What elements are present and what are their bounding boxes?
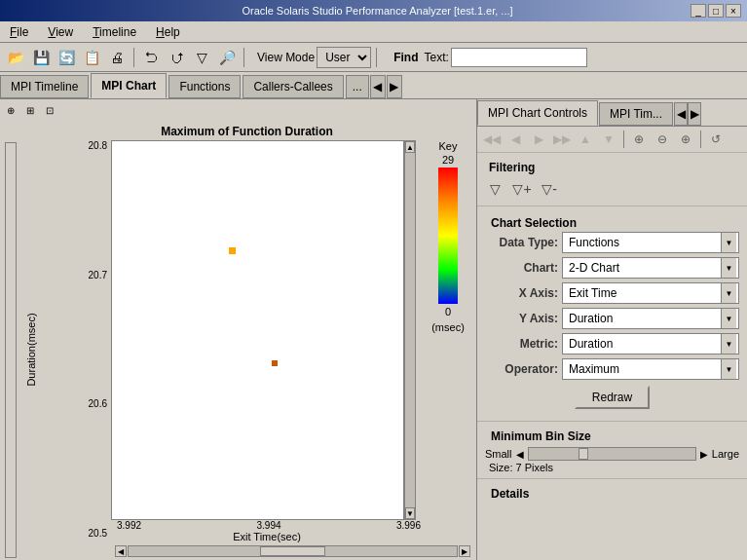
- ctrl-btn-up[interactable]: ▲: [575, 130, 596, 149]
- toolbar-btn-3[interactable]: 🔄: [55, 47, 78, 68]
- tab-mpi-chart[interactable]: MPI Chart: [91, 73, 167, 98]
- chart-btn-zoom-in[interactable]: ⊕: [2, 101, 19, 119]
- find-label: Find: [393, 51, 418, 64]
- ctrl-separator-1: [623, 131, 624, 148]
- y-tick-labels: 20.8 20.7 20.6 20.5: [43, 140, 111, 558]
- datatype-select[interactable]: Functions ▼: [562, 232, 739, 253]
- yaxis-select[interactable]: Duration ▼: [562, 308, 739, 329]
- menu-file[interactable]: File: [4, 23, 34, 41]
- hscroll-right-btn[interactable]: ▶: [459, 545, 470, 557]
- tab-callers-callees[interactable]: Callers-Callees: [243, 75, 343, 98]
- ctrl-btn-refresh[interactable]: ↺: [705, 130, 727, 149]
- controls-tabbar: MPI Chart Controls MPI Tim... ◀ ▶: [477, 99, 747, 127]
- operator-select[interactable]: Maximum ▼: [562, 358, 739, 380]
- chart-plot-area: ▲ ▼ Key 29 0 (msec): [111, 140, 474, 558]
- operator-value: Maximum: [565, 362, 721, 376]
- toolbar-btn-7[interactable]: ⮍: [165, 47, 188, 68]
- ctrl-btn-fastforward[interactable]: ▶▶: [551, 130, 573, 149]
- filter-btn-2[interactable]: ▽+: [510, 178, 534, 200]
- x-axis-area: 3.992 3.994 3.996 Exit Time(sec): [111, 520, 474, 542]
- redraw-button[interactable]: Redraw: [575, 386, 650, 409]
- close-button[interactable]: ×: [726, 4, 741, 18]
- tab-functions[interactable]: Functions: [168, 75, 241, 98]
- menu-timeline[interactable]: Timeline: [87, 23, 142, 41]
- filter-icons: ▽ ▽+ ▽-: [483, 176, 741, 202]
- xaxis-label: X Axis:: [485, 286, 558, 300]
- ctrl-btn-zoom-out[interactable]: ⊖: [652, 130, 673, 149]
- binsize-slider-thumb[interactable]: [579, 448, 588, 460]
- ctrl-btn-zoom-fit[interactable]: ⊕: [675, 130, 696, 149]
- chart-row: Chart: 2-D Chart ▼: [485, 257, 739, 279]
- datatype-arrow[interactable]: ▼: [721, 233, 736, 252]
- bottom-scrollbar[interactable]: ◀ ▶: [111, 544, 474, 558]
- chart-select[interactable]: 2-D Chart ▼: [562, 257, 739, 279]
- toolbar-btn-8[interactable]: ▽: [190, 47, 213, 68]
- toolbar-btn-2[interactable]: 💾: [29, 47, 53, 68]
- ctrl-btn-zoom-in[interactable]: ⊕: [628, 130, 650, 149]
- details-label: Details: [485, 483, 739, 503]
- ctrl-btn-back[interactable]: ◀: [504, 130, 526, 149]
- maximize-button[interactable]: □: [708, 4, 724, 18]
- ctrl-btn-down[interactable]: ▼: [598, 130, 619, 149]
- chart-arrow[interactable]: ▼: [721, 258, 736, 278]
- slider-right-arrow[interactable]: ▶: [700, 449, 708, 460]
- right-scrollbar[interactable]: ▲ ▼: [404, 140, 416, 520]
- controls-tab-scroll-right[interactable]: ▶: [688, 102, 701, 126]
- large-label: Large: [712, 448, 739, 460]
- size-text: Size: 7 Pixels: [485, 461, 557, 474]
- chart-btn-expand[interactable]: ⊡: [41, 101, 58, 119]
- toolbar-btn-4[interactable]: 📋: [80, 47, 103, 68]
- chart-toolbar: ⊕ ⊞ ⊡: [0, 99, 476, 121]
- menu-view[interactable]: View: [42, 23, 79, 41]
- minimize-button[interactable]: _: [691, 4, 706, 18]
- hscroll-left-btn[interactable]: ◀: [115, 545, 127, 557]
- controls-panel: MPI Chart Controls MPI Tim... ◀ ▶ ◀◀ ◀ ▶…: [477, 99, 747, 560]
- slider-left-arrow[interactable]: ◀: [516, 449, 524, 460]
- plot-canvas[interactable]: [111, 140, 404, 520]
- chart-with-yaxis: Maximum of Function Duration Duration(ms…: [19, 123, 474, 558]
- chart-title: Maximum of Function Duration: [19, 123, 474, 140]
- scroll-down-btn[interactable]: ▼: [405, 507, 415, 519]
- binsize-slider-row: Small ◀ ▶ Large: [485, 447, 739, 461]
- chart-panel: ⊕ ⊞ ⊡ Maximum of Function Duration: [0, 99, 477, 560]
- toolbar-btn-6[interactable]: ⮌: [139, 47, 163, 68]
- controls-tab-scroll-left[interactable]: ◀: [674, 102, 688, 126]
- find-input[interactable]: [451, 48, 587, 67]
- window-controls[interactable]: _ □ ×: [691, 4, 741, 18]
- menu-help[interactable]: Help: [150, 23, 186, 41]
- hscroll-track[interactable]: [128, 545, 458, 557]
- filter-btn-3[interactable]: ▽-: [538, 178, 561, 200]
- tab-scroll-right[interactable]: ▶: [387, 75, 402, 98]
- viewmode-select[interactable]: User: [317, 47, 371, 68]
- hscroll-thumb[interactable]: [260, 546, 325, 556]
- toolbar-btn-1[interactable]: 📂: [4, 47, 27, 68]
- yaxis-label: Y Axis:: [485, 312, 558, 325]
- operator-arrow[interactable]: ▼: [721, 359, 736, 379]
- ctrl-btn-forward[interactable]: ▶: [528, 130, 549, 149]
- toolbar-btn-5[interactable]: 🖨: [105, 47, 129, 68]
- menubar: File View Timeline Help: [0, 21, 747, 43]
- metric-select[interactable]: Duration ▼: [562, 333, 739, 355]
- filter-btn-1[interactable]: ▽: [483, 178, 506, 200]
- data-point-1: [229, 247, 236, 254]
- tab-mpi-timeline[interactable]: MPI Timeline: [0, 75, 89, 98]
- y-axis-slider[interactable]: [5, 142, 17, 558]
- tab-overflow[interactable]: ...: [346, 75, 369, 98]
- xaxis-arrow[interactable]: ▼: [721, 283, 736, 303]
- xaxis-select[interactable]: Exit Time ▼: [562, 282, 739, 304]
- filtering-section: Filtering ▽ ▽+ ▽-: [477, 153, 747, 206]
- binsize-slider-track[interactable]: [528, 447, 696, 461]
- scroll-up-btn[interactable]: ▲: [405, 141, 415, 153]
- y-label-0: 20.8: [89, 140, 107, 151]
- key-min: 0: [445, 306, 451, 317]
- yaxis-arrow[interactable]: ▼: [721, 309, 736, 328]
- ctrl-btn-rewind[interactable]: ◀◀: [481, 130, 503, 149]
- key-unit: (msec): [431, 321, 465, 333]
- toolbar-btn-9[interactable]: 🔎: [215, 47, 239, 68]
- tab-scroll-left[interactable]: ◀: [370, 75, 386, 98]
- metric-arrow[interactable]: ▼: [721, 334, 736, 354]
- chart-btn-fit[interactable]: ⊞: [21, 101, 39, 119]
- controls-tab-timeline[interactable]: MPI Tim...: [599, 102, 673, 126]
- controls-tab-chart[interactable]: MPI Chart Controls: [477, 100, 598, 126]
- scroll-track[interactable]: [405, 153, 415, 507]
